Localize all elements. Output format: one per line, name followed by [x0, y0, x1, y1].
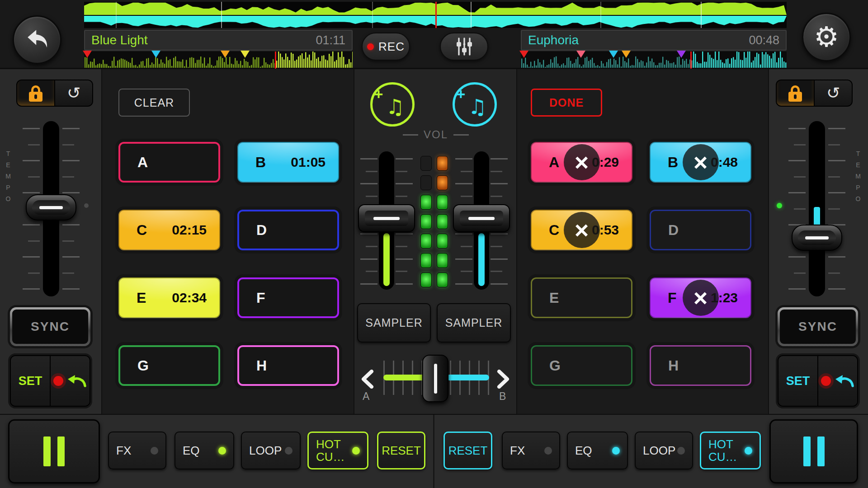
pad-letter: E [137, 290, 146, 306]
status-led [677, 447, 685, 455]
load-track-deck-a-button[interactable]: +♫ [370, 82, 415, 127]
tempo-reset-button[interactable]: ↺ [55, 80, 92, 106]
eq-button[interactable]: EQ [567, 432, 628, 469]
right-set-group: SET [778, 355, 858, 407]
hotcue-pad-a[interactable]: A0:29× [531, 142, 632, 183]
hotcue-pad-d[interactable]: D [650, 210, 751, 250]
pad-letter: B [255, 154, 266, 171]
keylock-button[interactable] [777, 80, 815, 106]
deck-b-track-title: Euphoria [528, 33, 579, 47]
hotcue-pad-a[interactable]: A [118, 142, 220, 183]
sampler-b-button[interactable]: SAMPLER [437, 303, 511, 343]
left-lock-reset-group: ↺ [16, 80, 93, 107]
remove-cue-button[interactable]: × [683, 280, 719, 316]
crossfade-left-chevron-icon[interactable] [361, 370, 374, 389]
hotcue-pad-d[interactable]: D [237, 210, 339, 250]
keylock-button[interactable] [17, 80, 55, 106]
tempo-sync-led [777, 203, 782, 208]
hotcue-pad-b[interactable]: B01:05 [237, 142, 339, 183]
deck-b-titlebar: Euphoria 00:48 [521, 30, 787, 51]
pad-letter: C [137, 222, 147, 239]
remove-cue-button[interactable]: × [564, 144, 600, 180]
left-sync-button[interactable]: SYNC [10, 307, 90, 346]
pad-letter: H [668, 357, 679, 374]
sampler-label: SAMPLER [445, 316, 502, 329]
lock-icon [28, 84, 43, 102]
bottom-toolbar: FX EQ LOOP HOT CU… RESET RESET FX EQ LOO… [0, 415, 868, 488]
deck-a-volume-fill [383, 233, 390, 286]
sliders-icon [454, 37, 474, 56]
undo-arrow-icon [67, 373, 87, 389]
reset-button[interactable]: RESET [443, 432, 492, 469]
fx-button[interactable]: FX [502, 432, 560, 469]
pad-letter: B [668, 154, 678, 171]
mixer-settings-button[interactable] [440, 33, 488, 61]
tempo-ticks [828, 128, 845, 290]
record-cue-icon [821, 376, 831, 386]
pad-letter: D [256, 222, 267, 239]
tempo-reset-button[interactable]: ↺ [815, 80, 852, 106]
hotcue-pad-h[interactable]: H [650, 345, 751, 386]
left-set-group: SET [10, 355, 90, 407]
deck-a-track-title: Blue Light [91, 33, 148, 47]
status-led [612, 447, 620, 455]
hotcue-pad-g[interactable]: G [118, 345, 220, 386]
right-undo-cue-button[interactable] [818, 356, 857, 406]
deck-b-toolbar: RESET FX EQ LOOP HOT CU… [0, 415, 868, 488]
done-label: DONE [549, 96, 584, 109]
tempo-center-led [84, 203, 89, 208]
divider [516, 69, 517, 415]
left-tempo-slider-handle[interactable] [26, 194, 76, 221]
hotcue-button[interactable]: HOT CU… [700, 432, 761, 469]
done-editing-button[interactable]: DONE [531, 89, 602, 117]
playhead-marker [435, 2, 437, 28]
hotcue-pad-e[interactable]: E02:34 [118, 277, 220, 318]
crossfade-right-chevron-icon[interactable] [496, 370, 510, 389]
status-led [745, 447, 752, 455]
volume-section-label: VOL [354, 128, 517, 141]
hotcue-pad-b[interactable]: B0:48× [650, 142, 751, 183]
hotcue-pad-f[interactable]: F [237, 277, 339, 318]
clear-cues-button[interactable]: CLEAR [118, 89, 190, 117]
hotcue-pad-g[interactable]: G [531, 345, 632, 386]
pad-letter: A [549, 154, 559, 171]
deck-b-overview-waveform[interactable] [521, 52, 787, 69]
hotcue-pad-h[interactable]: H [237, 345, 339, 386]
left-undo-cue-button[interactable] [51, 356, 90, 406]
hotcue-pad-e[interactable]: E [531, 277, 632, 318]
deck-a-overview-bars [84, 52, 353, 69]
hotcue-pad-c[interactable]: C02:15 [118, 210, 220, 250]
deck-a-overview-waveform[interactable] [84, 52, 353, 69]
right-lock-reset-group: ↺ [776, 80, 853, 107]
sync-label: SYNC [780, 310, 856, 344]
zoomed-waveform-strip[interactable] [84, 2, 787, 28]
back-button[interactable] [13, 15, 61, 64]
add-music-icon: +♫ [380, 92, 404, 117]
right-sync-button[interactable]: SYNC [778, 307, 858, 346]
divider [101, 69, 102, 415]
lock-icon [788, 84, 802, 102]
sampler-a-button[interactable]: SAMPLER [357, 303, 431, 343]
settings-button[interactable]: ⚙ [802, 13, 851, 61]
loop-button[interactable]: LOOP [635, 432, 693, 469]
divider [768, 69, 769, 415]
crossfader-handle[interactable] [422, 355, 448, 402]
pad-letter: G [137, 357, 149, 374]
load-track-deck-b-button[interactable]: +♫ [453, 82, 497, 127]
deck-b-volume-handle[interactable] [453, 204, 510, 232]
left-set-cue-button[interactable]: SET [11, 356, 51, 406]
deck-b-track-time: 00:48 [749, 33, 779, 47]
hotcue-pad-f[interactable]: F1:23× [650, 277, 751, 318]
right-tempo-slider-handle[interactable] [792, 225, 842, 251]
deck-a-volume-handle[interactable] [358, 204, 415, 232]
remove-cue-button[interactable]: × [564, 212, 600, 248]
header: Blue Light 01:11 REC Euphoria 00:48 [0, 0, 868, 69]
crossfader-a-bar [383, 375, 426, 380]
remove-cue-button[interactable]: × [683, 144, 719, 180]
deck-b-pause-button[interactable] [769, 419, 858, 483]
deck-a-track-time: 01:11 [316, 33, 345, 47]
hotcue-pad-c[interactable]: C0:53× [531, 210, 632, 250]
right-set-cue-button[interactable]: SET [778, 356, 818, 406]
record-button[interactable]: REC [362, 33, 410, 61]
record-dot-icon [367, 43, 374, 50]
